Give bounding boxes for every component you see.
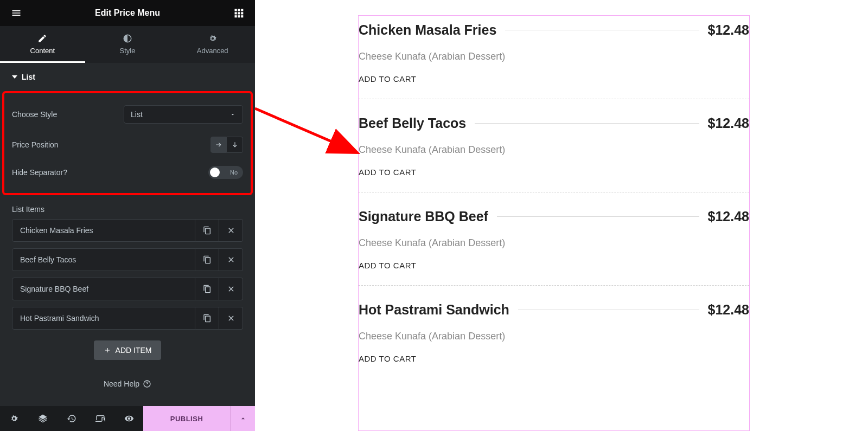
choose-style-select[interactable]: List [124, 105, 243, 124]
need-help-label: Need Help [104, 379, 139, 388]
close-icon [227, 314, 235, 323]
close-icon [227, 255, 235, 264]
list-item-name[interactable]: Hot Pastrami Sandwich [12, 307, 195, 330]
list-item-name[interactable]: Chicken Masala Fries [12, 219, 195, 242]
menu-item-title: Signature BBQ Beef [359, 209, 488, 224]
contrast-icon [123, 34, 132, 43]
toggle-knob [210, 168, 220, 177]
delete-button[interactable] [219, 219, 243, 242]
menu-item-price: $12.48 [708, 22, 749, 38]
svg-rect-8 [241, 15, 243, 17]
arrow-down-icon [231, 141, 239, 149]
menu-item-description: Cheese Kunafa (Arabian Dessert) [359, 144, 749, 156]
sidebar-title: Edit Price Menu [23, 8, 232, 18]
duplicate-button[interactable] [195, 219, 219, 242]
menu-item-description: Cheese Kunafa (Arabian Dessert) [359, 237, 749, 249]
delete-button[interactable] [219, 278, 243, 300]
menu-icon[interactable] [10, 7, 23, 20]
eye-icon [124, 414, 134, 423]
price-position-right[interactable] [210, 137, 227, 153]
svg-rect-2 [241, 9, 243, 11]
publish-options-button[interactable] [230, 406, 255, 431]
menu-item: Beef Belly Tacos $12.48 Cheese Kunafa (A… [359, 99, 749, 192]
bottom-toolbar: PUBLISH [0, 406, 255, 431]
gear-icon [9, 414, 19, 423]
add-to-cart-link[interactable]: ADD TO CART [359, 354, 749, 363]
choose-style-row: Choose Style List [12, 99, 243, 130]
svg-rect-4 [238, 12, 240, 14]
gear-icon [208, 34, 218, 43]
choose-style-label: Choose Style [12, 110, 57, 119]
copy-icon [203, 314, 212, 323]
price-position-group [210, 137, 243, 153]
menu-item-header: Beef Belly Tacos $12.48 [359, 115, 749, 131]
publish-button[interactable]: PUBLISH [143, 406, 230, 431]
menu-item-title: Hot Pastrami Sandwich [359, 302, 509, 318]
add-to-cart-link[interactable]: ADD TO CART [359, 168, 749, 177]
svg-rect-1 [238, 9, 240, 11]
history-button[interactable] [58, 406, 86, 431]
copy-icon [203, 285, 212, 293]
tab-content[interactable]: Content [0, 26, 85, 63]
settings-button[interactable] [0, 406, 29, 431]
publish-label: PUBLISH [170, 415, 203, 423]
menu-item-description: Cheese Kunafa (Arabian Dessert) [359, 331, 749, 342]
preview-area: Chicken Masala Fries $12.48 Cheese Kunaf… [255, 0, 868, 431]
tab-style-label: Style [120, 47, 136, 55]
chevron-down-icon [12, 75, 17, 79]
delete-button[interactable] [219, 248, 243, 271]
copy-icon [203, 226, 212, 235]
need-help-link[interactable]: Need Help [0, 371, 255, 397]
menu-item-price: $12.48 [708, 209, 749, 224]
apps-icon[interactable] [232, 7, 245, 20]
list-item: Hot Pastrami Sandwich [12, 307, 243, 330]
chevron-up-icon [239, 415, 247, 422]
delete-button[interactable] [219, 307, 243, 330]
layers-icon [38, 414, 48, 423]
menu-item-price: $12.48 [708, 302, 749, 318]
menu-item-header: Signature BBQ Beef $12.48 [359, 209, 749, 224]
responsive-button[interactable] [86, 406, 114, 431]
svg-rect-0 [235, 9, 237, 11]
list-item-name[interactable]: Signature BBQ Beef [12, 278, 195, 300]
price-menu-widget[interactable]: Chicken Masala Fries $12.48 Cheese Kunaf… [358, 15, 750, 431]
add-to-cart-link[interactable]: ADD TO CART [359, 74, 749, 83]
list-item: Chicken Masala Fries [12, 219, 243, 242]
menu-item: Chicken Masala Fries $12.48 Cheese Kunaf… [359, 16, 749, 99]
duplicate-button[interactable] [195, 278, 219, 300]
duplicate-button[interactable] [195, 248, 219, 271]
close-icon [227, 285, 235, 293]
add-item-button[interactable]: ADD ITEM [94, 340, 162, 360]
tab-advanced-label: Advanced [197, 47, 228, 55]
pencil-icon [37, 34, 47, 43]
hide-separator-row: Hide Separator? No [12, 159, 243, 185]
add-item-wrap: ADD ITEM [0, 330, 255, 371]
svg-rect-7 [238, 15, 240, 17]
menu-item: Hot Pastrami Sandwich $12.48 Cheese Kuna… [359, 285, 749, 378]
list-item-name[interactable]: Beef Belly Tacos [12, 248, 195, 271]
tab-advanced[interactable]: Advanced [170, 26, 255, 63]
tab-style[interactable]: Style [85, 26, 170, 63]
hide-separator-toggle[interactable]: No [208, 166, 243, 179]
price-position-down[interactable] [227, 137, 243, 153]
editor-sidebar: Edit Price Menu Content Style Advanced [0, 0, 255, 431]
add-item-label: ADD ITEM [116, 346, 152, 355]
price-position-label: Price Position [12, 140, 59, 149]
copy-icon [203, 255, 212, 264]
menu-item: Signature BBQ Beef $12.48 Cheese Kunafa … [359, 192, 749, 285]
list-item-rows: Chicken Masala Fries Beef Belly Tacos Si… [0, 219, 255, 330]
menu-item-separator [518, 310, 699, 310]
help-icon [143, 379, 151, 388]
list-item: Signature BBQ Beef [12, 278, 243, 300]
panel-body: List Choose Style List Price Position [0, 63, 255, 406]
section-list-header[interactable]: List [0, 63, 255, 91]
tab-content-label: Content [30, 47, 55, 55]
choose-style-value: List [131, 110, 143, 119]
duplicate-button[interactable] [195, 307, 219, 330]
menu-item-header: Chicken Masala Fries $12.48 [359, 22, 749, 38]
preview-button[interactable] [114, 406, 143, 431]
history-icon [67, 414, 76, 423]
navigator-button[interactable] [29, 406, 58, 431]
add-to-cart-link[interactable]: ADD TO CART [359, 261, 749, 270]
toggle-label: No [230, 169, 238, 176]
